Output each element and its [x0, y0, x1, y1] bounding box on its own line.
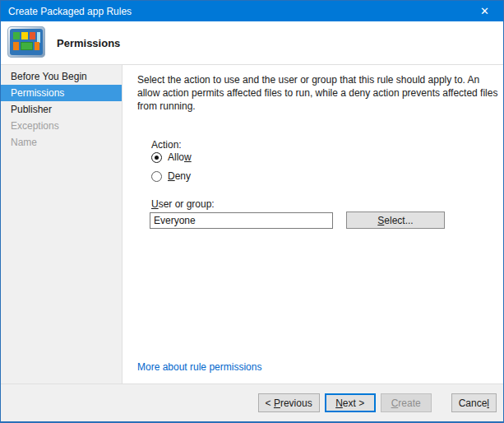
user-or-group-label: User or group:: [151, 198, 215, 210]
close-icon[interactable]: ✕: [466, 1, 503, 21]
window-title: Create Packaged app Rules: [1, 6, 132, 17]
more-about-rule-permissions-link[interactable]: More about rule permissions: [137, 361, 261, 373]
page-title: Permissions: [57, 21, 120, 64]
create-packaged-app-rules-dialog: Create Packaged app Rules ✕ Permissions …: [0, 0, 504, 423]
next-button[interactable]: Next >: [325, 393, 376, 412]
create-button: Create: [381, 393, 432, 412]
icon-tile: [21, 42, 33, 50]
deny-radio-row[interactable]: Deny: [151, 170, 191, 182]
select-button[interactable]: Select...: [346, 212, 445, 229]
deny-radio-label: Deny: [168, 170, 191, 182]
sidebar-item-publisher[interactable]: Publisher: [1, 101, 122, 118]
wizard-header: Permissions: [1, 21, 503, 65]
packaged-app-tiles-icon: [7, 26, 45, 58]
wizard-button-bar: < Previous Next > Create Cancel: [1, 383, 503, 421]
sidebar-item-before-you-begin[interactable]: Before You Begin: [1, 68, 122, 85]
title-bar[interactable]: Create Packaged app Rules ✕: [1, 1, 503, 21]
wizard-steps-sidebar: Before You Begin Permissions Publisher E…: [1, 65, 123, 383]
action-label: Action:: [151, 139, 182, 151]
icon-tile: [13, 32, 20, 40]
icon-tile: [35, 42, 39, 50]
icon-tile: [13, 42, 19, 50]
page-description: Select the action to use and the user or…: [137, 73, 504, 113]
user-or-group-input[interactable]: [150, 212, 333, 229]
wizard-page-content: Select the action to use and the user or…: [123, 65, 502, 383]
allow-radio-label: Allow: [168, 151, 192, 163]
deny-radio-button[interactable]: [151, 171, 162, 182]
icon-tile: [30, 32, 35, 40]
allow-radio-row[interactable]: Allow: [151, 151, 192, 163]
allow-radio-button[interactable]: [151, 152, 162, 163]
sidebar-item-exceptions: Exceptions: [1, 118, 122, 134]
previous-button[interactable]: < Previous: [258, 393, 320, 412]
sidebar-item-permissions[interactable]: Permissions: [1, 85, 122, 101]
icon-tile: [21, 32, 28, 40]
sidebar-item-name: Name: [1, 134, 122, 151]
icon-panel: [10, 29, 43, 55]
cancel-button[interactable]: Cancel: [451, 393, 497, 412]
